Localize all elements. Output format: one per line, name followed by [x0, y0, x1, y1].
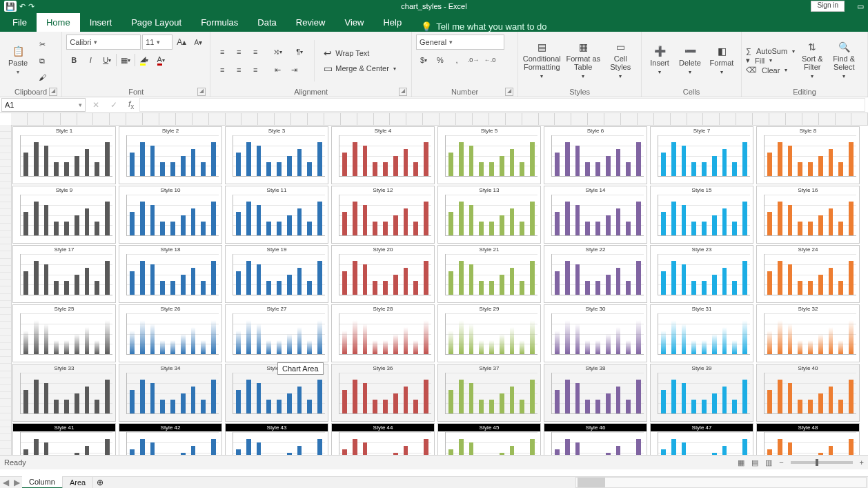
row-headers[interactable] — [0, 125, 12, 455]
paste-button[interactable]: 📋 Paste ▾ — [4, 37, 32, 85]
decrease-indent-button[interactable]: ⇤ — [270, 62, 285, 77]
autosum-button[interactable]: ∑ AutoSum ▾ — [746, 47, 795, 55]
new-sheet-button[interactable]: ⊕ — [93, 476, 107, 488]
decrease-decimal-button[interactable]: ←.0 — [482, 52, 497, 68]
tab-review[interactable]: Review — [286, 13, 335, 32]
tab-data[interactable]: Data — [248, 13, 286, 32]
chart-style-preview-11[interactable]: Style 11 — [225, 186, 328, 244]
chart-style-preview-4[interactable]: Style 4 — [331, 126, 435, 184]
font-size-combo[interactable]: 11▾ — [142, 35, 172, 50]
formula-input[interactable] — [139, 98, 865, 112]
align-top-button[interactable]: ≡ — [215, 44, 230, 59]
format-painter-button[interactable]: 🖌 — [34, 70, 50, 85]
chart-style-preview-18[interactable]: Style 18 — [119, 245, 222, 303]
zoom-out-icon[interactable]: − — [779, 458, 783, 467]
chart-style-preview-8[interactable]: Style 8 — [756, 126, 860, 184]
sheet-tab-area[interactable]: Area — [63, 477, 93, 488]
align-middle-button[interactable]: ≡ — [231, 44, 246, 59]
delete-cells-button[interactable]: ➖Delete▾ — [676, 37, 704, 85]
font-family-combo[interactable]: Calibri▾ — [66, 35, 141, 50]
decrease-font-button[interactable]: A▾ — [190, 35, 206, 50]
chart-style-preview-43[interactable]: Style 43 — [225, 423, 328, 455]
increase-decimal-button[interactable]: .0→ — [466, 52, 481, 68]
tab-help[interactable]: Help — [373, 13, 411, 32]
chart-style-preview-27[interactable]: Style 27 — [225, 304, 328, 362]
merge-center-button[interactable]: ▭Merge & Center▾ — [322, 62, 396, 75]
bold-button[interactable]: B — [66, 52, 81, 68]
align-bottom-button[interactable]: ≡ — [248, 44, 263, 59]
chart-style-preview-28[interactable]: Style 28 — [331, 304, 435, 362]
underline-button[interactable]: U▾ — [99, 52, 115, 68]
fill-button[interactable]: ▾ Fill ▾ — [746, 56, 795, 65]
cut-button[interactable]: ✂ — [34, 37, 50, 52]
align-left-button[interactable]: ≡ — [215, 62, 230, 77]
chart-style-preview-30[interactable]: Style 30 — [544, 304, 647, 362]
normal-view-icon[interactable]: ▦ — [738, 458, 744, 467]
chart-style-preview-15[interactable]: Style 15 — [650, 186, 753, 244]
number-dialog-icon[interactable]: ◢ — [505, 88, 513, 96]
format-cells-button[interactable]: ◧Format▾ — [707, 37, 737, 85]
clipboard-dialog-icon[interactable]: ◢ — [49, 88, 57, 96]
format-as-table-button[interactable]: ▦Format as Table▾ — [564, 37, 602, 85]
tab-scroll-left-icon[interactable]: ◀ — [0, 478, 11, 487]
chart-style-preview-42[interactable]: Style 42 — [119, 423, 222, 455]
fx-icon[interactable]: fx — [123, 99, 139, 110]
horizontal-scrollbar[interactable] — [575, 477, 867, 488]
chart-style-preview-1[interactable]: Style 1 — [12, 126, 116, 184]
cell-grid[interactable]: Style 1Style 2Style 3Style 4Style 5Style… — [11, 125, 868, 455]
font-color-button[interactable]: A▾ — [153, 52, 168, 68]
chart-style-preview-10[interactable]: Style 10 — [119, 186, 222, 244]
percent-button[interactable]: % — [433, 52, 448, 68]
qat-undo-icon[interactable]: ↶ — [19, 2, 26, 11]
comma-button[interactable]: , — [449, 52, 464, 68]
rtl-button[interactable]: ¶▾ — [292, 44, 307, 59]
align-right-button[interactable]: ≡ — [248, 62, 263, 77]
conditional-formatting-button[interactable]: ▤Conditional Formatting▾ — [522, 37, 561, 85]
chart-style-preview-47[interactable]: Style 47 — [650, 423, 753, 455]
zoom-slider[interactable] — [791, 461, 853, 464]
insert-cells-button[interactable]: ➕Insert▾ — [646, 37, 673, 85]
name-box[interactable]: A1▾ — [1, 98, 86, 112]
tab-page-layout[interactable]: Page Layout — [121, 13, 191, 32]
borders-button[interactable]: ▦▾ — [118, 52, 133, 68]
zoom-in-icon[interactable]: + — [860, 458, 864, 467]
ribbon-display-options-icon[interactable]: ▭ — [857, 2, 864, 11]
chart-style-preview-6[interactable]: Style 6 — [544, 126, 647, 184]
chart-style-preview-22[interactable]: Style 22 — [544, 245, 647, 303]
chart-style-preview-31[interactable]: Style 31 — [650, 304, 753, 362]
cell-styles-button[interactable]: ▭Cell Styles▾ — [605, 37, 635, 85]
chart-style-preview-25[interactable]: Style 25 — [12, 304, 116, 362]
sign-in-button[interactable]: Sign in — [811, 1, 845, 12]
chart-style-preview-32[interactable]: Style 32 — [756, 304, 860, 362]
chart-style-preview-26[interactable]: Style 26 — [119, 304, 222, 362]
chart-style-preview-48[interactable]: Style 48 — [756, 423, 860, 455]
chart-style-preview-44[interactable]: Style 44 — [331, 423, 435, 455]
chart-style-preview-20[interactable]: Style 20 — [331, 245, 435, 303]
sheet-tab-column[interactable]: Column — [22, 476, 63, 488]
accounting-button[interactable]: $▾ — [416, 52, 431, 68]
page-layout-view-icon[interactable]: ▤ — [751, 458, 758, 467]
chart-style-preview-16[interactable]: Style 16 — [756, 186, 860, 244]
alignment-dialog-icon[interactable]: ◢ — [399, 88, 407, 96]
tab-view[interactable]: View — [335, 13, 373, 32]
chart-style-preview-13[interactable]: Style 13 — [437, 186, 541, 244]
find-select-button[interactable]: 🔍Find & Select▾ — [829, 37, 858, 85]
enter-icon[interactable]: ✓ — [105, 100, 123, 110]
chart-style-preview-45[interactable]: Style 45 — [437, 423, 541, 455]
chart-style-preview-40[interactable]: Style 40 — [756, 364, 860, 422]
cancel-icon[interactable]: ✕ — [87, 100, 105, 110]
chart-style-preview-17[interactable]: Style 17 — [12, 245, 116, 303]
number-format-combo[interactable]: General▾ — [416, 35, 504, 50]
align-center-button[interactable]: ≡ — [231, 62, 246, 77]
chart-style-preview-14[interactable]: Style 14 — [544, 186, 647, 244]
chart-style-preview-46[interactable]: Style 46 — [544, 423, 647, 455]
tell-me[interactable]: 💡 Tell me what you want to do — [421, 21, 546, 32]
tab-insert[interactable]: Insert — [80, 13, 122, 32]
sort-filter-button[interactable]: ⇅Sort & Filter▾ — [798, 37, 827, 85]
chart-style-preview-7[interactable]: Style 7 — [650, 126, 753, 184]
chart-style-preview-24[interactable]: Style 24 — [756, 245, 860, 303]
chart-style-preview-34[interactable]: Style 34 — [119, 364, 222, 422]
chart-style-preview-36[interactable]: Style 36 — [331, 364, 435, 422]
increase-indent-button[interactable]: ⇥ — [286, 62, 302, 77]
page-break-view-icon[interactable]: ▥ — [765, 458, 772, 467]
